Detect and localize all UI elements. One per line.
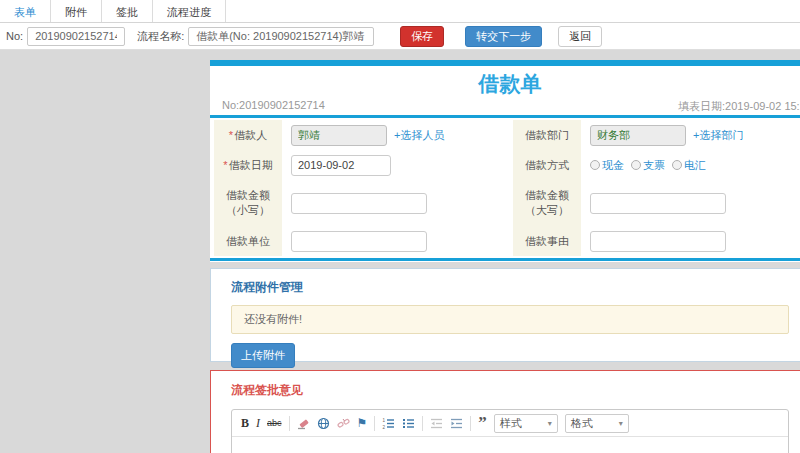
numbered-list-icon[interactable]: 12 <box>382 417 395 430</box>
svg-text:1: 1 <box>383 417 386 422</box>
payment-method-label: 借款方式 <box>513 150 581 180</box>
amount-lower-input[interactable] <box>291 193 427 214</box>
toolbar-separator <box>470 416 471 431</box>
loan-reason-row: 借款事由 <box>513 226 800 256</box>
select-department-link[interactable]: +选择部门 <box>693 128 743 143</box>
tab-attachments[interactable]: 附件 <box>51 0 102 22</box>
required-asterisk: * <box>229 129 233 141</box>
loan-reason-label: 借款事由 <box>513 226 581 256</box>
attachments-panel: 流程附件管理 还没有附件! 上传附件 <box>210 268 800 362</box>
payment-method-row: 借款方式 现金 支票 电汇 <box>513 150 800 180</box>
tab-bar: 表单 附件 签批 流程进度 <box>0 0 800 23</box>
form-date-text: 填表日期:2019-09-02 15:27:1 <box>678 99 800 114</box>
attachments-heading: 流程附件管理 <box>231 279 789 296</box>
panel-top-accent-bar <box>210 60 800 66</box>
department-label: 借款部门 <box>513 120 581 150</box>
divider-line-bottom <box>210 258 800 261</box>
divider-line-top <box>210 115 800 118</box>
loan-unit-label: 借款单位 <box>214 226 282 256</box>
bold-button[interactable]: B <box>241 416 249 431</box>
wire-transfer-radio-label[interactable]: 电汇 <box>684 158 706 173</box>
borrower-label: *借款人 <box>214 120 282 150</box>
select-person-link[interactable]: +选择人员 <box>394 128 444 143</box>
action-bar: No: 流程名称: 保存 转交下一步 返回 <box>0 23 800 50</box>
strikethrough-button[interactable]: abc <box>267 418 282 428</box>
upload-attachment-button[interactable]: 上传附件 <box>231 343 295 368</box>
back-button[interactable]: 返回 <box>558 26 602 47</box>
borrower-row: *借款人 +选择人员 <box>214 120 507 150</box>
department-input[interactable] <box>590 125 686 146</box>
tab-form[interactable]: 表单 <box>0 0 51 22</box>
italic-button[interactable]: I <box>256 416 260 431</box>
amount-upper-row: 借款金额（大写） <box>513 180 800 226</box>
tab-approval[interactable]: 签批 <box>102 0 153 22</box>
unlink-icon[interactable] <box>337 417 350 430</box>
outdent-icon[interactable] <box>430 417 443 430</box>
workspace-background: 借款单 No:20190902152714 填表日期:2019-09-02 15… <box>0 50 800 453</box>
flow-name-input[interactable] <box>188 27 374 46</box>
amount-lower-row: 借款金额（小写） <box>214 180 507 226</box>
no-input[interactable] <box>27 27 125 46</box>
loan-reason-input[interactable] <box>590 231 726 252</box>
signature-heading: 流程签批意见 <box>231 382 789 399</box>
no-attachments-alert: 还没有附件! <box>231 305 789 334</box>
no-label: No: <box>6 30 23 42</box>
anchor-flag-icon[interactable]: ⚑ <box>357 417 368 429</box>
svg-text:2: 2 <box>383 425 386 430</box>
amount-upper-input[interactable] <box>590 193 726 214</box>
amount-upper-label: 借款金额（大写） <box>513 180 581 226</box>
loan-date-row: *借款日期 <box>214 150 507 180</box>
loan-unit-row: 借款单位 <box>214 226 507 256</box>
tab-progress[interactable]: 流程进度 <box>153 0 226 22</box>
toolbar-separator <box>374 416 375 431</box>
cheque-radio[interactable] <box>631 160 641 170</box>
form-title: 借款单 <box>210 71 800 97</box>
bulleted-list-icon[interactable] <box>402 417 415 430</box>
rich-text-editor: B I abc ⚑ 12 <box>231 409 789 453</box>
format-dropdown[interactable]: 格式 ▾ <box>565 414 629 433</box>
blockquote-icon[interactable]: ” <box>478 417 487 429</box>
chevron-down-icon: ▾ <box>548 419 552 428</box>
editor-content-area[interactable] <box>232 437 788 453</box>
amount-lower-label: 借款金额（小写） <box>214 180 282 226</box>
save-button[interactable]: 保存 <box>400 26 444 47</box>
loan-date-label: *借款日期 <box>214 150 282 180</box>
loan-unit-input[interactable] <box>291 231 427 252</box>
chevron-down-icon: ▾ <box>619 419 623 428</box>
toolbar-separator <box>422 416 423 431</box>
indent-icon[interactable] <box>450 417 463 430</box>
flow-name-label: 流程名称: <box>137 29 184 44</box>
loan-date-input[interactable] <box>291 155 391 176</box>
toolbar-separator <box>289 416 290 431</box>
form-number-text: No:20190902152714 <box>222 99 325 111</box>
wire-transfer-radio[interactable] <box>672 160 682 170</box>
cheque-radio-label[interactable]: 支票 <box>643 158 665 173</box>
styles-dropdown[interactable]: 样式 ▾ <box>494 414 558 433</box>
form-grid: *借款人 +选择人员 *借款日期 借款金额（小写） <box>214 120 800 256</box>
link-icon[interactable] <box>317 417 330 430</box>
cash-radio-label[interactable]: 现金 <box>602 158 624 173</box>
borrower-input[interactable] <box>291 125 387 146</box>
remove-format-icon[interactable] <box>297 417 310 430</box>
required-asterisk: * <box>223 159 227 171</box>
loan-form-panel: 借款单 No:20190902152714 填表日期:2019-09-02 15… <box>210 60 800 262</box>
cash-radio[interactable] <box>590 160 600 170</box>
editor-toolbar: B I abc ⚑ 12 <box>232 410 788 437</box>
signature-panel: 流程签批意见 B I abc ⚑ 12 <box>210 370 800 453</box>
department-row: 借款部门 +选择部门 <box>513 120 800 150</box>
next-step-button[interactable]: 转交下一步 <box>465 26 542 47</box>
